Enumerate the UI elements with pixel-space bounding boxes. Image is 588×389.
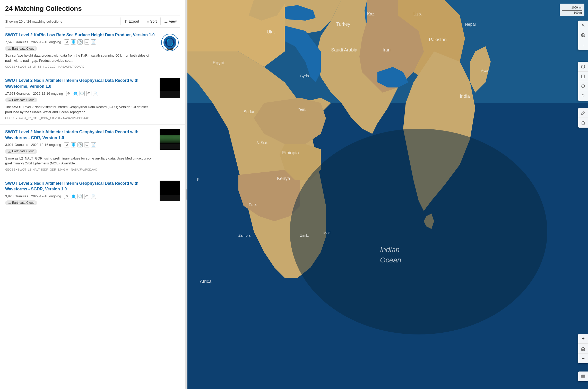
sort-button[interactable]: ≡ Sort — [143, 18, 160, 25]
collection-meta: 3,921 Granules 2022-12-16 ongoing ⚙ 🌐 🕐 … — [5, 142, 157, 147]
svg-point-40 — [582, 94, 584, 96]
svg-text:S. Sud.: S. Sud. — [256, 141, 268, 145]
tag-icon[interactable]: 🏷 — [84, 194, 89, 199]
zoom-in-button[interactable]: + — [578, 334, 588, 344]
down-arrow-tool-button[interactable]: ↓ — [578, 40, 588, 50]
square-tool-button[interactable] — [578, 72, 588, 81]
collection-description: The SWOT Level 2 Nadir Altimeter Interim… — [5, 104, 157, 114]
globe-icon[interactable]: 🌐 — [71, 142, 76, 147]
map-svg: Ukr. Turkey Kaz. Uzb. Egypt Syria Saudi … — [187, 0, 588, 389]
map-area[interactable]: Ukr. Turkey Kaz. Uzb. Egypt Syria Saudi … — [187, 0, 588, 389]
cloud-badge: ☁ Earthdata Cloud — [5, 46, 37, 51]
sort-label: Sort — [150, 19, 157, 23]
date-range: 2022-12-16 ongoing — [33, 92, 63, 95]
panel-divider[interactable] — [185, 0, 187, 389]
square-icon — [581, 74, 585, 78]
circle-tool-button[interactable] — [578, 81, 588, 91]
tag-icon[interactable]: 🏷 — [84, 142, 89, 147]
collection-title[interactable]: SWOT Level 2 Nadir Altimeter Interim Geo… — [5, 181, 157, 192]
collection-title[interactable]: SWOT Level 2 Nadir Altimeter Interim Geo… — [5, 78, 157, 89]
map-toolbar-shapes: ↖ ↓ — [578, 21, 588, 50]
cloud-icon: ☁ — [8, 149, 11, 153]
settings-icon[interactable]: ⚙ — [64, 142, 69, 147]
svg-text:Kaz.: Kaz. — [367, 12, 375, 16]
edit-icon — [581, 111, 585, 115]
svg-line-42 — [583, 112, 584, 113]
collection-title[interactable]: SWOT Level 2 Nadir Altimeter Interim Geo… — [5, 129, 157, 141]
cloud-label: Earthdata Cloud — [12, 149, 34, 153]
cloud-icon: ☁ — [8, 201, 11, 205]
clock-icon[interactable]: 🕐 — [77, 194, 83, 199]
globe-icon[interactable]: 🌐 — [73, 91, 78, 96]
cursor-tool-button[interactable]: ↖ — [578, 21, 588, 30]
collection-content: SWOT Level 2 Nadir Altimeter Interim Geo… — [5, 129, 157, 171]
map-toolbar-edit — [578, 108, 588, 128]
cloud-badge: ☁ Earthdata Cloud — [5, 98, 37, 102]
left-panel: 24 Matching Collections Showing 20 of 24… — [0, 0, 185, 389]
svg-text:Turkey: Turkey — [336, 22, 350, 27]
svg-text:Saudi Arabia: Saudi Arabia — [331, 47, 358, 52]
zoom-out-button[interactable]: − — [578, 353, 588, 363]
export-label: Export — [129, 19, 139, 23]
globe-icon[interactable]: 🌐 — [71, 39, 76, 45]
cloud-label: Earthdata Cloud — [12, 47, 34, 50]
hexagon-tool-button[interactable] — [578, 62, 588, 72]
svg-text:Indian: Indian — [380, 246, 400, 254]
collection-description: Same as L2_NALT_GDR, using preliminary v… — [5, 156, 157, 166]
clock-icon[interactable]: 🕐 — [80, 91, 85, 96]
svg-text:Mad.: Mad. — [323, 231, 331, 235]
collection-thumbnail — [160, 78, 180, 98]
globe-icon[interactable]: 🌐 — [71, 194, 76, 199]
settings-icon[interactable]: ⚙ — [64, 194, 69, 199]
tag-icon[interactable]: 🏷 — [86, 91, 91, 96]
map-toolbar-draw — [578, 62, 588, 101]
layers-button[interactable] — [578, 372, 588, 381]
doc-icon[interactable]: 📄 — [91, 194, 96, 199]
date-range: 2022-12-16 ongoing — [31, 194, 61, 198]
svg-text:Yem.: Yem. — [298, 107, 306, 111]
svg-text:Kenya: Kenya — [277, 176, 290, 181]
svg-text:Myan.: Myan. — [480, 69, 490, 73]
date-range: 2022-12-16 ongoing — [31, 143, 61, 147]
scale-km-label: 1000 km — [572, 6, 582, 9]
doc-icon[interactable]: 📄 — [91, 39, 96, 45]
collection-tags: GEOSS • SWOT_L2_NALT_IGDR_1.0 v1.0 – NAS… — [5, 117, 157, 120]
cloud-label: Earthdata Cloud — [12, 201, 34, 205]
layers-toolbar — [578, 372, 588, 381]
layers-icon — [581, 374, 585, 378]
trash-icon — [581, 121, 585, 125]
collection-item[interactable]: SWOT Level 2 Nadir Altimeter Interim Geo… — [0, 176, 185, 214]
export-button[interactable]: ⬆ Export — [120, 17, 143, 25]
collection-thumbnail — [160, 181, 180, 201]
view-button[interactable]: ☰ View — [160, 17, 180, 25]
map-scale: 1000 km 500 mi — [560, 4, 584, 16]
collection-item[interactable]: SWOT Level 2 Nadir Altimeter Interim Geo… — [0, 73, 185, 125]
doc-icon[interactable]: 📄 — [91, 142, 96, 147]
collection-meta: 17,673 Granules 2022-12-16 ongoing ⚙ 🌐 🕐… — [5, 91, 157, 96]
clock-icon[interactable]: 🕐 — [77, 39, 83, 45]
svg-text:India: India — [460, 94, 470, 99]
collection-item[interactable]: SWOT Level 2 KaRIn Low Rate Sea Surface … — [0, 28, 185, 73]
clock-icon[interactable]: 🕐 — [77, 142, 83, 147]
showing-text: Showing 20 of 24 matching collections — [5, 20, 120, 23]
svg-rect-43 — [582, 122, 584, 124]
globe-tool-button[interactable] — [578, 30, 588, 40]
panel-title: 24 Matching Collections — [5, 5, 180, 13]
collection-meta: 7,548 Granules 2022-12-16 ongoing ⚙ 🌐 🕐 … — [5, 39, 157, 45]
pin-tool-button[interactable] — [578, 91, 588, 101]
collection-thumbnail — [160, 129, 180, 150]
settings-icon[interactable]: ⚙ — [66, 91, 71, 96]
svg-text:Ukr.: Ukr. — [267, 29, 275, 34]
tag-icon[interactable]: 🏷 — [84, 39, 89, 45]
collection-title[interactable]: SWOT Level 2 KaRIn Low Rate Sea Surface … — [5, 32, 157, 38]
edit-tool-button[interactable] — [578, 108, 588, 118]
svg-text:Nepal: Nepal — [465, 22, 476, 26]
scale-bar-mi — [562, 10, 582, 11]
collection-item[interactable]: SWOT Level 2 Nadir Altimeter Interim Geo… — [0, 125, 185, 176]
home-button[interactable] — [578, 344, 588, 353]
cloud-badge: ☁ Earthdata Cloud — [5, 200, 37, 205]
collection-thumbnail: SWOT — [160, 32, 180, 53]
delete-tool-button[interactable] — [578, 118, 588, 128]
doc-icon[interactable]: 📄 — [93, 91, 98, 96]
settings-icon[interactable]: ⚙ — [64, 39, 69, 45]
